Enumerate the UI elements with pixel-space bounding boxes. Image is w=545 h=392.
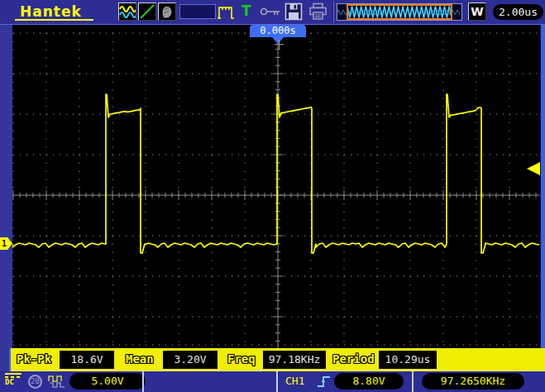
waveform-trace (12, 25, 540, 348)
save-button[interactable] (284, 2, 304, 22)
brand-logo: Hantek (20, 3, 82, 20)
waveform-screen: 0.000s (12, 25, 540, 348)
frequency-counter-display: 97.2650KHz (422, 373, 524, 390)
trigger-point-crosshair-icon (275, 40, 284, 49)
wave-display-button[interactable] (118, 2, 136, 21)
pkpk-label: Pk-Pk (17, 352, 51, 366)
trigger-level-display: 8.80V (334, 373, 404, 390)
mean-label: Mean (126, 352, 154, 366)
brand-underline (15, 19, 93, 21)
period-label: Period (332, 352, 375, 366)
hand-cursor-icon (159, 3, 175, 20)
rising-edge-icon (317, 375, 332, 389)
measurement-bar: Pk-Pk 18.6V Mean 3.20V Freq 97.18KHz Per… (0, 348, 545, 371)
printer-icon (308, 2, 328, 21)
mean-value: 3.20V (163, 351, 218, 369)
pulse-mode-button[interactable] (216, 2, 236, 22)
print-button[interactable] (308, 2, 328, 22)
save-floppy-icon (284, 2, 303, 21)
trigger-position-marker[interactable]: 0.000s (250, 25, 306, 37)
channel-label: CH1 (285, 375, 304, 387)
toolbar-input-field[interactable] (179, 4, 216, 19)
timebase-display[interactable]: 2.00us (493, 4, 543, 20)
dc-solid-line (5, 373, 22, 375)
waveform-overview-strip[interactable] (337, 3, 462, 21)
dc-coupling-label: DC (5, 378, 23, 387)
left-panel-strip: 1 (0, 25, 12, 348)
line-draw-button[interactable] (138, 2, 156, 21)
overview-selection-box[interactable] (347, 4, 452, 20)
channel1-ground-marker[interactable]: 1 (0, 237, 12, 250)
status-bar: DC 20 5.00V CH1 8.80V 97.2650KHz (0, 371, 545, 392)
trigger-level-arrow-icon[interactable] (527, 162, 540, 175)
trigger-t-button[interactable]: T (241, 2, 251, 19)
squarewave-probe-icon (48, 375, 66, 389)
title-bar: Hantek T (0, 0, 545, 25)
lock-key-button[interactable] (260, 7, 280, 26)
bandwidth-20-icon: 20 (28, 375, 42, 389)
measurement-bar-left-strip (0, 348, 11, 371)
right-border (540, 25, 545, 348)
window-mode-button[interactable]: W (468, 2, 486, 21)
oscilloscope-app: Hantek T (0, 0, 545, 392)
hand-tool-button[interactable] (158, 2, 176, 21)
status-separator (276, 371, 278, 392)
status-separator (142, 371, 144, 392)
freq-label: Freq (227, 352, 256, 366)
freq-value: 97.18KHz (263, 351, 326, 369)
status-separator (412, 371, 414, 392)
period-value: 10.29us (379, 351, 437, 369)
toolbar-separator (332, 2, 334, 22)
key-icon (260, 7, 281, 17)
display-area: 1 0.000s (0, 25, 545, 348)
dc-coupling-icon: DC (5, 373, 23, 387)
pulse-mode-icon (216, 2, 236, 22)
diagonal-line-icon (139, 3, 155, 20)
volts-per-div-display: 5.00V (69, 373, 146, 390)
pkpk-value: 18.6V (60, 351, 114, 369)
dual-sine-icon (119, 3, 136, 20)
